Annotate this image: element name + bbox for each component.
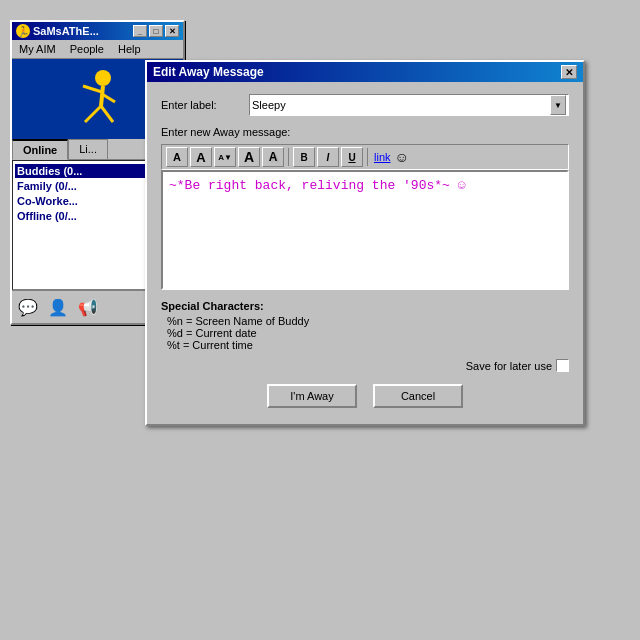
svg-text:🏃: 🏃	[17, 25, 29, 37]
svg-line-6	[101, 106, 113, 122]
message-field-label: Enter new Away message:	[161, 126, 569, 138]
close-button[interactable]: ✕	[165, 25, 179, 37]
menu-people[interactable]: People	[67, 42, 107, 56]
chat-icon[interactable]: 💬	[16, 295, 40, 319]
dialog-body: Enter label: Sleepy ▼ Enter new Away mes…	[147, 82, 583, 424]
message-text-display[interactable]: ~*Be right back, reliving the '90s*~ ☺	[163, 172, 567, 272]
underline-button[interactable]: U	[341, 147, 363, 167]
menu-help[interactable]: Help	[115, 42, 144, 56]
im-away-button[interactable]: I'm Away	[267, 384, 357, 408]
dialog-titlebar: Edit Away Message ✕	[147, 62, 583, 82]
menu-myaim[interactable]: My AIM	[16, 42, 59, 56]
dropdown-arrow-icon[interactable]: ▼	[550, 95, 566, 115]
tab-list[interactable]: Li...	[68, 139, 108, 159]
menubar: My AIM People Help	[12, 40, 183, 59]
aim-titlebar: 🏃 SaMsAThE... _ □ ✕	[12, 22, 183, 40]
bold-button[interactable]: B	[293, 147, 315, 167]
format-toolbar: A A A▼ A A B I U link ☺	[161, 144, 569, 170]
font-size-down-button[interactable]: A▼	[214, 147, 236, 167]
special-char-t: %t = Current time	[167, 339, 569, 351]
font-bold-button[interactable]: A	[190, 147, 212, 167]
font-size-up-button[interactable]: A	[238, 147, 260, 167]
buddy-icon[interactable]: 👤	[46, 295, 70, 319]
dropdown-value: Sleepy	[252, 99, 286, 111]
aim-window-title: SaMsAThE...	[33, 25, 99, 37]
svg-line-4	[102, 94, 115, 102]
smiley-button[interactable]: ☺	[395, 149, 409, 165]
svg-line-3	[83, 86, 102, 92]
edit-away-dialog: Edit Away Message ✕ Enter label: Sleepy …	[145, 60, 585, 426]
dialog-title: Edit Away Message	[153, 65, 264, 79]
titlebar-buttons: _ □ ✕	[133, 25, 179, 37]
special-chars-title: Special Characters:	[161, 300, 569, 312]
alert-icon[interactable]: 📢	[76, 295, 100, 319]
toolbar-separator-1	[288, 148, 289, 166]
svg-line-5	[85, 106, 101, 122]
titlebar-left: 🏃 SaMsAThE...	[16, 24, 99, 38]
special-chars-section: Special Characters: %n = Screen Name of …	[161, 300, 569, 351]
svg-point-1	[95, 70, 111, 86]
dialog-close-button[interactable]: ✕	[561, 65, 577, 79]
save-later-checkbox[interactable]	[556, 359, 569, 372]
save-later-label: Save for later use	[466, 360, 552, 372]
label-row: Enter label: Sleepy ▼	[161, 94, 569, 116]
dialog-buttons: I'm Away Cancel	[161, 384, 569, 412]
special-char-d: %d = Current date	[167, 327, 569, 339]
font-shadow-button[interactable]: A	[262, 147, 284, 167]
font-normal-button[interactable]: A	[166, 147, 188, 167]
italic-button[interactable]: I	[317, 147, 339, 167]
save-later-row: Save for later use	[161, 359, 569, 372]
cancel-button[interactable]: Cancel	[373, 384, 463, 408]
maximize-button[interactable]: □	[149, 25, 163, 37]
label-field-label: Enter label:	[161, 99, 241, 111]
toolbar-separator-2	[367, 148, 368, 166]
label-dropdown[interactable]: Sleepy ▼	[249, 94, 569, 116]
tab-online[interactable]: Online	[12, 139, 68, 160]
special-char-n: %n = Screen Name of Buddy	[167, 315, 569, 327]
minimize-button[interactable]: _	[133, 25, 147, 37]
aim-icon: 🏃	[16, 24, 30, 38]
message-textarea-wrapper: ~*Be right back, reliving the '90s*~ ☺	[161, 170, 569, 290]
link-button[interactable]: link	[372, 151, 393, 163]
aim-runner-icon	[63, 64, 133, 134]
